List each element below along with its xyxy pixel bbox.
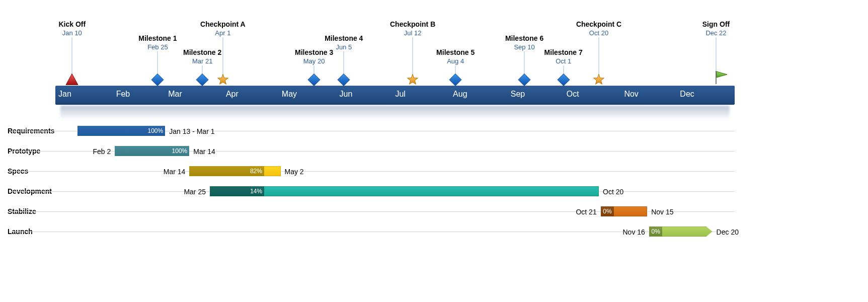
milestone-label: Milestone 2Mar 21 [183, 48, 221, 65]
milestone-date: Dec 22 [702, 29, 730, 37]
milestone-date: May 20 [295, 57, 333, 65]
milestone-stem [72, 37, 72, 76]
milestone-label: Sign OffDec 22 [702, 20, 730, 37]
month-label: Feb [116, 90, 130, 99]
task-pct: 100% [148, 127, 164, 134]
task-end-label: Nov 15 [651, 208, 673, 216]
milestone-date: Jun 5 [325, 43, 363, 51]
milestone-title: Milestone 7 [544, 48, 583, 56]
task-end-label: Oct 20 [603, 188, 623, 196]
task-row: DevelopmentMar 2514%Oct 20 [0, 186, 868, 196]
task-pct: 0% [603, 208, 611, 215]
gantt-chart: JanFebMarAprMayJunJulAugSepOctNovDecKick… [0, 0, 868, 302]
milestone-title: Milestone 6 [505, 34, 543, 42]
task-row: StabilizeOct 210%Nov 15 [0, 206, 868, 216]
milestone-title: Kick Off [58, 20, 86, 28]
flag-icon [714, 70, 728, 87]
milestone-label: Milestone 4Jun 5 [325, 34, 363, 51]
task-start-label: Mar 25 [184, 188, 206, 196]
task-pct: 14% [250, 188, 262, 195]
milestone-stem [344, 51, 344, 76]
month-label: Apr [226, 90, 239, 99]
month-label: Mar [168, 90, 182, 99]
task-start-label: Mar 14 [164, 168, 186, 176]
milestone-date: Apr 1 [200, 29, 246, 37]
diamond-icon [195, 73, 209, 89]
diamond-icon [557, 73, 571, 89]
milestone-title: Milestone 2 [183, 48, 221, 56]
month-label: Nov [624, 90, 638, 99]
milestone-label: Checkpoint BJul 12 [390, 20, 435, 37]
milestone-date: Sep 10 [505, 43, 543, 51]
milestone-date: Feb 25 [138, 43, 177, 51]
timeline-shadow [60, 106, 730, 120]
task-pct: 100% [172, 147, 188, 155]
milestone-stem [157, 51, 158, 76]
month-label: Sep [511, 90, 525, 99]
milestone-label: Milestone 6Sep 10 [505, 34, 543, 51]
task-pct: 0% [652, 228, 660, 235]
task-start-label: Oct 21 [576, 208, 596, 216]
milestone-label: Kick OffJan 10 [58, 20, 86, 37]
task-start-label: Feb 2 [93, 147, 111, 156]
milestone-label: Checkpoint COct 20 [576, 20, 621, 37]
task-end-label: Jan 13 - Mar 1 [169, 127, 214, 135]
task-pct: 82% [250, 168, 262, 175]
diamond-icon [150, 73, 165, 89]
milestone-title: Checkpoint C [576, 20, 621, 28]
milestone-title: Milestone 1 [138, 34, 177, 42]
milestone-date: Oct 20 [576, 29, 621, 37]
triangle-icon [65, 73, 79, 89]
milestone-label: Milestone 1Feb 25 [138, 34, 177, 51]
milestone-title: Checkpoint B [390, 20, 435, 28]
task-row: SpecsMar 1482%May 2 [0, 166, 868, 176]
star-icon [592, 73, 606, 89]
task-end-label: Mar 14 [193, 147, 215, 156]
milestone-label: Milestone 5Aug 4 [436, 48, 475, 65]
month-label: Dec [680, 90, 694, 99]
diamond-icon [307, 73, 321, 89]
month-label: Aug [453, 90, 467, 99]
milestone-stem [413, 37, 413, 76]
milestone-date: Oct 1 [544, 57, 583, 65]
task-start-label: Nov 16 [623, 228, 645, 236]
month-label: Jul [395, 90, 405, 99]
milestone-date: Aug 4 [436, 57, 475, 65]
milestone-title: Milestone 5 [436, 48, 475, 56]
task-row: LaunchNov 160%Dec 20 [0, 226, 868, 237]
diamond-icon [517, 73, 531, 89]
month-label: May [282, 90, 297, 99]
task-end-label: Dec 20 [717, 228, 739, 236]
month-label: Oct [567, 90, 579, 99]
month-label: Jan [58, 90, 71, 99]
task-bar [210, 186, 599, 196]
task-row: Requirements100%Jan 13 - Mar 1 [0, 126, 868, 136]
milestone-title: Milestone 4 [325, 34, 363, 42]
milestone-title: Sign Off [702, 20, 730, 28]
star-icon [406, 73, 420, 89]
milestone-title: Checkpoint A [200, 20, 246, 28]
milestone-date: Mar 21 [183, 57, 221, 65]
diamond-icon [337, 73, 351, 89]
milestone-date: Jan 10 [58, 29, 86, 37]
milestone-stem [222, 37, 223, 76]
milestone-stem [524, 51, 525, 76]
star-icon [216, 73, 230, 89]
month-label: Jun [339, 90, 352, 99]
task-end-label: May 2 [285, 168, 304, 176]
milestone-stem [599, 37, 599, 76]
milestone-label: Checkpoint AApr 1 [200, 20, 246, 37]
task-row: PrototypeFeb 2100%Mar 14 [0, 146, 868, 156]
milestone-label: Milestone 7Oct 1 [544, 48, 583, 65]
milestone-date: Jul 12 [390, 29, 435, 37]
diamond-icon [448, 73, 462, 89]
task-rule [10, 171, 735, 172]
